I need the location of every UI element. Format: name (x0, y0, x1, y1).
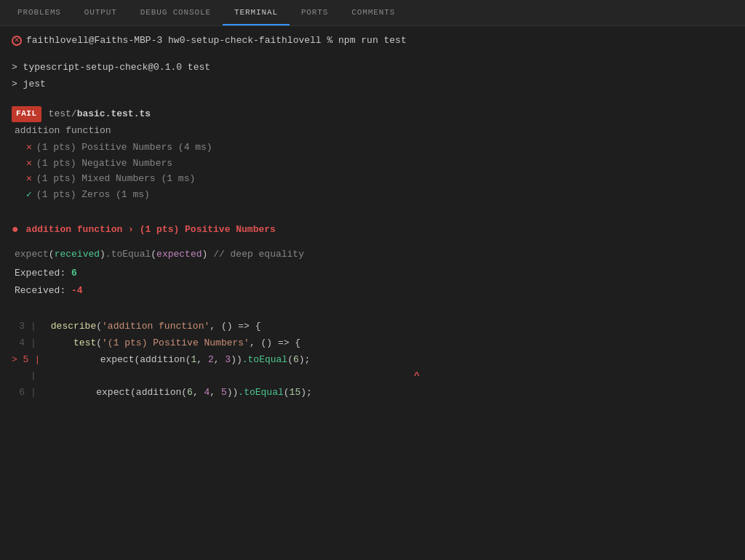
error-circle-icon (12, 36, 22, 46)
terminal-command: faithlovell@Faiths-MBP-3 hw0-setup-check… (26, 33, 407, 49)
tab-comments[interactable]: COMMENTS (340, 0, 407, 25)
expect-line: expect(received).toEqual(expected) // de… (12, 247, 733, 263)
code-line-4: 4 | test('(1 pts) Positive Numbers', () … (12, 335, 733, 352)
test-result-1: ✕ (1 pts) Positive Numbers (4 ms) (12, 140, 733, 156)
test-label-3: (1 pts) Mixed Numbers (1 ms) (36, 172, 195, 187)
code-line-3: 3 | describe('addition function', () => … (12, 319, 733, 335)
shell-output-1: > typescript-setup-check@0.1.0 test (12, 60, 733, 76)
fail-icon-3: ✕ (26, 172, 32, 187)
fail-icon-2: ✕ (26, 156, 32, 172)
fail-badge: FAIL (12, 106, 41, 122)
expected-value: 6 (71, 268, 77, 279)
error-detail: ● addition function › (1 pts) Positive N… (12, 221, 733, 240)
error-bullet-line: ● addition function › (1 pts) Positive N… (12, 221, 733, 240)
pass-icon-4: ✓ (26, 188, 32, 203)
fail-icon-1: ✕ (26, 140, 32, 156)
shell-output-2: > jest (12, 77, 733, 92)
suite-name: addition function (12, 124, 733, 139)
test-result-4: ✓ (1 pts) Zeros (1 ms) (12, 188, 733, 203)
tab-bar: PROBLEMS OUTPUT DEBUG CONSOLE TERMINAL P… (0, 0, 745, 26)
fail-line: FAIL test/basic.test.ts (12, 106, 733, 122)
error-title: addition function › (1 pts) Positive Num… (26, 223, 276, 238)
tab-terminal[interactable]: TERMINAL (223, 0, 290, 25)
received-line: Received: -4 (12, 284, 733, 299)
tab-output[interactable]: OUTPUT (73, 0, 129, 25)
code-line-5: > 5 | expect(addition(1, 2, 3)).toEqual(… (12, 352, 733, 369)
test-label-1: (1 pts) Positive Numbers (4 ms) (36, 140, 212, 156)
code-block: 3 | describe('addition function', () => … (12, 319, 733, 401)
test-label-2: (1 pts) Negative Numbers (36, 156, 172, 172)
test-file-path: test/basic.test.ts (49, 107, 151, 122)
terminal-cmd-line: faithlovell@Faiths-MBP-3 hw0-setup-check… (12, 33, 733, 49)
terminal-body: faithlovell@Faiths-MBP-3 hw0-setup-check… (0, 26, 745, 409)
test-result-3: ✕ (1 pts) Mixed Numbers (1 ms) (12, 172, 733, 187)
code-line-6: 6 | expect(addition(6, 4, 5)).toEqual(15… (12, 385, 733, 401)
expected-line: Expected: 6 (12, 266, 733, 281)
received-value: -4 (71, 285, 83, 296)
tab-ports[interactable]: PORTS (290, 0, 340, 25)
tab-debug-console[interactable]: DEBUG CONSOLE (129, 0, 223, 25)
code-line-caret: | ^ (12, 368, 733, 385)
red-bullet-icon: ● (12, 221, 19, 240)
tab-problems[interactable]: PROBLEMS (6, 0, 73, 25)
test-label-4: (1 pts) Zeros (1 ms) (36, 188, 150, 203)
test-result-2: ✕ (1 pts) Negative Numbers (12, 156, 733, 172)
